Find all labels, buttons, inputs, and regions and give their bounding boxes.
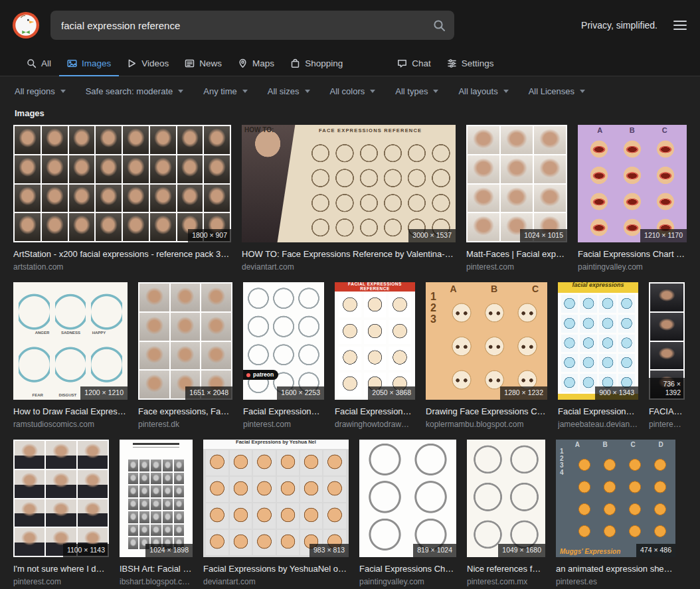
image-thumbnail[interactable]: Facial Expressions by Yeshua Nel983 × 81… <box>203 440 349 557</box>
filter-dropdown[interactable]: All sizes <box>268 86 310 96</box>
search-tabs: AllImagesVideosNewsMapsShoppingChatSetti… <box>0 50 700 76</box>
tab-maps[interactable]: Maps <box>230 58 282 76</box>
image-title[interactable]: Facial Expressions by YeshuaNel o… <box>203 564 349 574</box>
tab-news[interactable]: News <box>177 58 230 76</box>
image-thumbnail[interactable]: A B C1210 × 1170 <box>578 125 687 242</box>
tab-videos[interactable]: Videos <box>119 58 177 76</box>
image-result[interactable]: 819 × 1024Facial Expressions Ch…painting… <box>359 440 456 586</box>
image-thumbnail[interactable]: 1800 × 907 <box>13 125 231 242</box>
image-title[interactable]: Facial Expressions… <box>558 406 638 416</box>
image-title[interactable]: HOW TO: Face Expressions Reference by Va… <box>242 249 456 259</box>
image-thumbnail[interactable]: ANGER SADNESS HAPPYFEAR DISGUST1200 × 12… <box>13 282 128 400</box>
filter-dropdown[interactable]: All colors <box>330 86 376 96</box>
tab-images[interactable]: Images <box>59 58 119 76</box>
tab-settings[interactable]: Settings <box>439 58 502 76</box>
image-title[interactable]: FACIA… <box>649 406 685 416</box>
image-thumbnail[interactable]: facial expressions900 × 1343 <box>558 282 638 400</box>
search-input[interactable] <box>50 11 454 40</box>
image-title[interactable]: ArtStation - x200 facial expressions - r… <box>13 249 231 259</box>
image-result[interactable]: patreon1600 × 2253Facial Expressions…pin… <box>243 282 324 429</box>
filter-label: Safe search: moderate <box>86 86 173 96</box>
image-title[interactable]: Nice references fo… <box>467 564 545 574</box>
image-thumbnail[interactable]: 1651 × 2048 <box>138 282 232 400</box>
image-thumbnail[interactable]: 1100 × 1143 <box>13 440 109 557</box>
thumbnail-pattern <box>138 282 232 400</box>
tab-chat[interactable]: Chat <box>389 58 439 76</box>
image-result[interactable]: 1024 × 1898IBSH Art: Facial Ex…ibshart.b… <box>120 440 193 586</box>
image-title[interactable]: Facial Expressions… <box>335 406 415 416</box>
image-result[interactable]: 1651 × 2048Face expressions, Fac…pintere… <box>138 282 232 429</box>
image-result[interactable]: ANGER SADNESS HAPPYFEAR DISGUST1200 × 12… <box>13 282 128 429</box>
image-title[interactable]: Facial Expressions Ch… <box>359 564 456 574</box>
image-title[interactable]: an animated expression she… <box>556 564 675 574</box>
image-title[interactable]: Facial Expressions… <box>243 406 324 416</box>
image-thumbnail[interactable]: 819 × 1024 <box>359 440 456 557</box>
image-title[interactable]: How to Draw Facial Expres… <box>13 406 128 416</box>
tab-label: Settings <box>462 58 494 68</box>
image-result[interactable]: A B C D1 2 3 4Muggs' Expression474 × 486… <box>556 440 675 586</box>
chat-icon <box>397 58 407 68</box>
image-domain: ibshart.blogspot.com <box>120 577 193 586</box>
filter-dropdown[interactable]: Safe search: moderate <box>86 86 184 96</box>
menu-button[interactable] <box>673 20 688 31</box>
image-domain: koplermambu.blogspot.com <box>426 420 547 429</box>
image-result[interactable]: 1024 × 1015Matt-Faces | Facial expr…pint… <box>466 125 567 272</box>
image-domain: paintingvalley.com <box>578 262 687 272</box>
maps-icon <box>238 58 248 68</box>
thumbnail-text: 1 2 3 <box>430 292 436 325</box>
image-thumbnail[interactable]: 1024 × 1898 <box>120 440 193 557</box>
image-result[interactable]: A B C1 2 31280 × 1232Drawing Face Expres… <box>426 282 547 429</box>
filter-label: All colors <box>330 86 365 96</box>
chevron-down-icon <box>370 90 375 93</box>
tab-label: News <box>199 58 222 68</box>
filter-dropdown[interactable]: All layouts <box>458 86 508 96</box>
image-thumbnail[interactable]: patreon1600 × 2253 <box>243 282 324 400</box>
thumbnail-text: Facial Expressions by Yeshua Nel <box>203 440 349 450</box>
tab-all[interactable]: All <box>19 58 59 76</box>
section-title: Images <box>15 108 700 118</box>
image-thumbnail[interactable]: A B C D1 2 3 4Muggs' Expression474 × 486 <box>556 440 675 557</box>
chevron-down-icon <box>503 90 509 93</box>
image-result[interactable]: Facial Expressions by Yeshua Nel983 × 81… <box>203 440 349 586</box>
filter-dropdown[interactable]: All Licenses <box>529 86 585 96</box>
image-domain: pinterest.com.mx <box>467 577 545 586</box>
chevron-down-icon <box>242 90 248 93</box>
image-result[interactable]: 736 × 1392FACIA…pintere… <box>649 282 685 429</box>
image-title[interactable]: I'm not sure where I do… <box>13 564 109 574</box>
results-grid: 1800 × 907ArtStation - x200 facial expre… <box>0 125 700 586</box>
image-size-badge: 474 × 486 <box>636 544 675 557</box>
image-result[interactable]: HOW TO:FACE EXPRESSIONS REFERENCE3000 × … <box>242 125 456 272</box>
image-title[interactable]: Face expressions, Fac… <box>138 406 232 416</box>
news-icon <box>185 58 195 68</box>
filter-dropdown[interactable]: All regions <box>15 86 66 96</box>
image-thumbnail[interactable]: 1049 × 1680 <box>467 440 545 557</box>
image-title[interactable]: Facial Expressions Chart … <box>578 249 687 259</box>
image-result[interactable]: 1800 × 907ArtStation - x200 facial expre… <box>13 125 231 272</box>
image-title[interactable]: Matt-Faces | Facial expr… <box>466 249 567 259</box>
tab-shopping[interactable]: Shopping <box>282 58 351 76</box>
image-title[interactable]: IBSH Art: Facial Ex… <box>120 564 193 574</box>
image-result[interactable]: FACIAL EXPRESSIONS REFERENCE2050 × 3868F… <box>335 282 415 429</box>
image-thumbnail[interactable]: 1024 × 1015 <box>466 125 567 242</box>
image-result[interactable]: 1049 × 1680Nice references fo…pinterest.… <box>467 440 545 586</box>
image-thumbnail[interactable]: 736 × 1392 <box>649 282 685 400</box>
search-button[interactable] <box>426 13 452 38</box>
image-result[interactable]: 1100 × 1143I'm not sure where I do…pinte… <box>13 440 109 586</box>
image-title[interactable]: Drawing Face Expressions C… <box>426 406 547 416</box>
thumbnail-pattern <box>339 294 411 396</box>
image-thumbnail[interactable]: HOW TO:FACE EXPRESSIONS REFERENCE3000 × … <box>242 125 456 242</box>
image-thumbnail[interactable]: FACIAL EXPRESSIONS REFERENCE2050 × 3868 <box>335 282 415 400</box>
duckduckgo-logo[interactable] <box>12 11 40 39</box>
image-result[interactable]: A B C1210 × 1170Facial Expressions Chart… <box>578 125 687 272</box>
image-size-badge: 1210 × 1170 <box>640 229 687 242</box>
privacy-tagline: Privacy, simplified. <box>581 20 657 31</box>
filter-dropdown[interactable]: All types <box>395 86 438 96</box>
image-domain: pinterest.es <box>556 577 675 586</box>
image-result[interactable]: facial expressions900 × 1343Facial Expre… <box>558 282 638 429</box>
thumbnail-pattern <box>574 456 671 541</box>
thumbnail-text: patreon <box>243 370 278 380</box>
thumbnail-pattern <box>19 289 122 389</box>
filter-dropdown[interactable]: Any time <box>203 86 248 96</box>
image-thumbnail[interactable]: A B C1 2 31280 × 1232 <box>426 282 547 400</box>
image-domain: pinterest.com <box>243 420 324 429</box>
